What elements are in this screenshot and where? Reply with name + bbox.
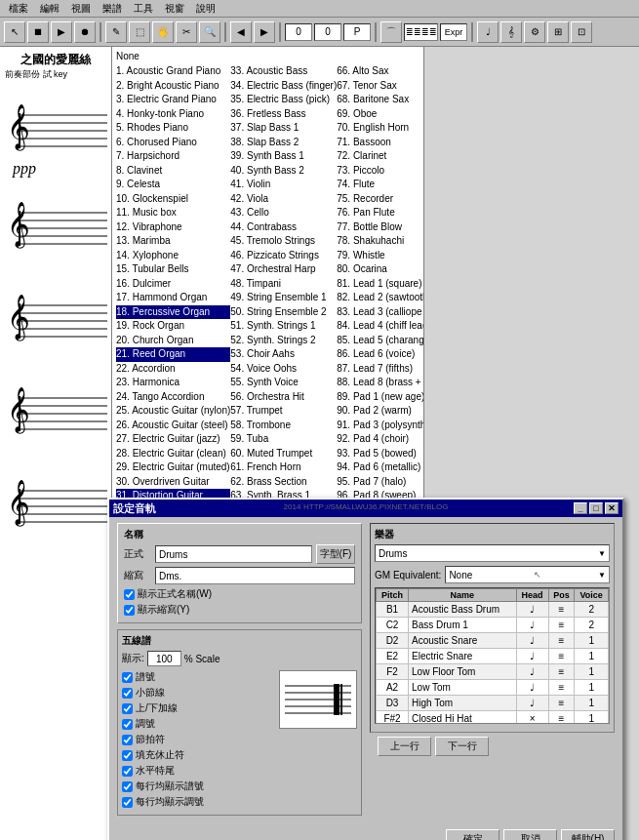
instrument-item[interactable]: 7. Harpsichord [116,149,230,164]
toolbar-settings[interactable]: ⚙ [524,21,545,43]
drum-table-row[interactable]: A2Low Tom♩≡1 [377,680,609,696]
instrument-item[interactable]: 58. Trombone [230,419,337,433]
instrument-item[interactable]: 43. Cello [230,206,337,220]
instrument-item[interactable]: 85. Lead 5 (charang) [337,334,424,348]
font-button[interactable]: 字型(F) [316,544,355,564]
instrument-item[interactable]: 83. Lead 3 (calliope lead) [337,305,424,320]
instrument-item[interactable]: 62. Brass Section [230,475,337,490]
instrument-item[interactable]: 77. Bottle Blow [337,220,424,235]
instrument-item[interactable]: 54. Voice Oohs [230,362,337,377]
instrument-item[interactable]: 57. Trumpet [230,404,337,419]
help-button[interactable]: 輔助(H) [561,829,615,840]
drum-table-row[interactable]: B1Acoustic Bass Drum♩≡2 [377,602,609,618]
instrument-item[interactable]: 5. Rhodes Piano [116,121,230,136]
instrument-item[interactable]: 34. Electric Bass (finger) [230,79,337,94]
toolbar-btn2[interactable]: ⬚ [129,21,150,43]
instrument-item[interactable]: 81. Lead 1 (square) [337,277,424,292]
toolbar-btn3[interactable]: 🖐 [152,21,174,43]
instrument-item[interactable]: 71. Bassoon [337,136,424,150]
drum-table-row[interactable]: D2Acoustic Snare♩≡1 [377,633,609,649]
instrument-item[interactable]: 13. Marimba [116,234,230,249]
instrument-item[interactable]: 59. Tuba [230,432,337,447]
instrument-item[interactable]: 55. Synth Voice [230,376,337,390]
instrument-item[interactable]: 78. Shakuhachi [337,234,424,249]
instrument-item[interactable]: 53. Choir Aahs [230,347,337,362]
instrument-item[interactable]: 89. Pad 1 (new age) [337,390,424,405]
instrument-item[interactable]: 56. Orchestra Hit [230,390,337,405]
instrument-item[interactable]: 3. Electric Grand Piano [116,93,230,107]
instrument-item[interactable]: 90. Pad 2 (warm) [337,404,424,419]
instrument-item[interactable]: 45. Tremolo Strings [230,234,337,249]
instrument-item[interactable]: 52. Synth. Strings 2 [230,334,337,348]
instrument-item[interactable]: 19. Rock Organ [116,319,230,334]
up-button[interactable]: 上一行 [378,737,431,756]
instrument-item[interactable]: 18. Percussive Organ [116,305,230,320]
instrument-item[interactable]: 88. Lead 8 (brass + lead) [337,376,424,390]
instrument-item[interactable]: 44. Contrabass [230,220,337,235]
menu-tools[interactable]: 工具 [129,1,158,17]
instrument-item[interactable]: 66. Alto Sax [337,64,424,79]
tempo-input[interactable]: 0 [285,23,312,41]
toolbar-record[interactable]: ⏺ [74,21,96,43]
menu-file[interactable]: 檔案 [4,1,33,17]
instrument-item[interactable]: 72. Clarinet [337,149,424,164]
instrument-item[interactable]: 41. Violin [230,178,337,192]
instrument-item[interactable]: 80. Ocarina [337,262,424,277]
none-item[interactable]: None [116,49,419,64]
instrument-dropdown[interactable]: Drums ▼ [375,544,610,562]
toolbar-btn1[interactable]: ✎ [105,21,127,43]
instrument-item[interactable]: 69. Oboe [337,107,424,122]
drum-table-wrapper[interactable]: Pitch Name Head Pos Voice B1Acoustic Bas… [375,587,610,724]
instrument-item[interactable]: 46. Pizzicato Strings [230,249,337,263]
instrument-item[interactable]: 1. Acoustic Grand Piano [116,64,230,79]
instrument-item[interactable]: 60. Muted Trumpet [230,447,337,461]
measure-input[interactable]: 0 [314,23,341,41]
instrument-item[interactable]: 15. Tubular Bells [116,262,230,277]
drum-table-row[interactable]: D3High Tom♩≡1 [377,696,609,711]
instrument-item[interactable]: 4. Honky-tonk Piano [116,107,230,122]
instrument-item[interactable]: 22. Accordion [116,362,230,377]
down-button[interactable]: 下一行 [435,737,489,756]
cancel-button[interactable]: 取消 [503,829,557,840]
instrument-item[interactable]: 75. Recorder [337,192,424,207]
toolbar-stop[interactable]: ⏹ [27,21,49,43]
menu-score[interactable]: 樂譜 [98,1,127,17]
instrument-item[interactable]: 9. Celesta [116,178,230,192]
instrument-item[interactable]: 70. English Horn [337,121,424,136]
abbrev-input[interactable] [155,567,355,584]
instrument-item[interactable]: 36. Fretless Bass [230,107,337,122]
instrument-item[interactable]: 42. Viola [230,192,337,207]
instrument-item[interactable]: 38. Slap Bass 2 [230,136,337,150]
drum-table-row[interactable]: E2Electric Snare♩≡1 [377,649,609,664]
instrument-item[interactable]: 17. Hammond Organ [116,291,230,305]
instrument-item[interactable]: 84. Lead 4 (chiff lead) [337,319,424,334]
toolbar-extra2[interactable]: ⊡ [571,21,592,43]
instrument-item[interactable]: 50. String Ensemble 2 [230,305,337,320]
show-abbrev-checkbox[interactable] [124,605,135,616]
instrument-item[interactable]: 48. Timpani [230,277,337,292]
instrument-item[interactable]: 37. Slap Bass 1 [230,121,337,136]
instrument-item[interactable]: 29. Electric Guitar (muted) [116,460,230,475]
instrument-item[interactable]: 86. Lead 6 (voice) [337,347,424,362]
toolbar-extra1[interactable]: ⊞ [547,21,569,43]
instrument-item[interactable]: 12. Vibraphone [116,220,230,235]
show-formal-checkbox[interactable] [124,589,135,600]
scale-input[interactable] [147,651,181,666]
instrument-item[interactable]: 28. Electric Guitar (clean) [116,447,230,461]
instrument-item[interactable]: 73. Piccolo [337,164,424,179]
menu-window[interactable]: 視窗 [160,1,189,17]
instrument-item[interactable]: 10. Glockenspiel [116,192,230,207]
menu-view[interactable]: 視圖 [66,1,96,17]
instrument-item[interactable]: 92. Pad 4 (choir) [337,432,424,447]
instrument-item[interactable]: 91. Pad 3 (polysynth) [337,419,424,433]
menu-help[interactable]: 說明 [191,1,220,17]
instrument-item[interactable]: 35. Electric Bass (pick) [230,93,337,107]
instrument-item[interactable]: 68. Baritone Sax [337,93,424,107]
instrument-item[interactable]: 76. Pan Flute [337,206,424,220]
instrument-item[interactable]: 49. String Ensemble 1 [230,291,337,305]
toolbar-arrow[interactable]: ↖ [4,21,25,43]
instrument-item[interactable]: 74. Flute [337,178,424,192]
instrument-item[interactable]: 79. Whistle [337,249,424,263]
expr-input[interactable]: ≣≣≣≣ [404,23,438,41]
toolbar-curve[interactable]: ⌒ [380,21,402,43]
